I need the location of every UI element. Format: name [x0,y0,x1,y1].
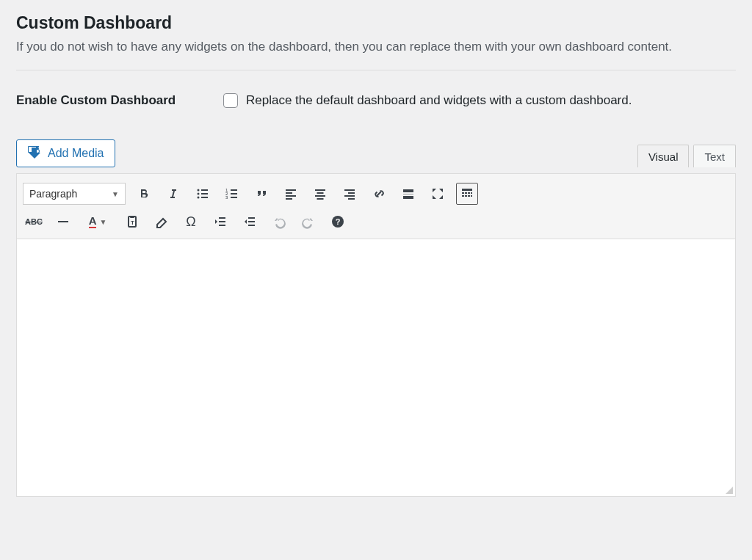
help-icon[interactable]: ? [327,211,349,233]
svg-rect-35 [468,195,470,197]
text-color-icon[interactable]: A ▼ [82,211,114,233]
editor-toolbar: Paragraph ▼ 123 ABC A [17,174,735,239]
svg-rect-4 [201,189,208,191]
undo-icon[interactable] [268,211,290,233]
editor-box: Paragraph ▼ 123 ABC A [16,173,736,497]
align-left-icon[interactable] [280,183,302,205]
svg-rect-22 [348,192,355,194]
svg-rect-13 [286,189,296,191]
section-description: If you do not wish to have any widgets o… [16,37,736,57]
svg-rect-21 [344,189,355,191]
svg-rect-44 [248,217,255,219]
svg-rect-12 [231,197,237,198]
media-icon [27,145,42,162]
svg-text:T: T [131,219,134,226]
divider [16,70,736,70]
add-media-button[interactable]: Add Media [16,139,115,167]
setting-enable-custom-dashboard: Enable Custom Dashboard Replace the defa… [16,91,736,110]
editor-content-area[interactable] [17,239,735,496]
svg-rect-11 [231,193,237,194]
svg-rect-45 [248,221,255,222]
link-icon[interactable] [368,183,390,205]
svg-rect-15 [286,195,296,197]
italic-icon[interactable] [162,183,184,205]
svg-rect-14 [286,192,292,194]
indent-icon[interactable] [239,211,261,233]
align-center-icon[interactable] [309,183,331,205]
redo-icon[interactable] [297,211,319,233]
bold-icon[interactable] [133,183,155,205]
setting-field[interactable]: Replace the default dashboard and widget… [220,91,632,110]
svg-text:?: ? [336,217,341,226]
svg-rect-25 [403,189,413,192]
clear-formatting-icon[interactable] [151,211,173,233]
svg-rect-27 [403,196,413,199]
numbered-list-icon[interactable]: 123 [221,183,243,205]
tab-text[interactable]: Text [693,145,736,167]
svg-rect-23 [344,195,355,197]
svg-rect-16 [286,198,292,200]
svg-rect-29 [462,192,464,194]
svg-rect-24 [348,198,355,200]
checkbox-label: Replace the default dashboard and widget… [246,93,632,108]
svg-rect-46 [248,225,255,226]
setting-label: Enable Custom Dashboard [16,93,200,108]
svg-rect-26 [403,194,413,194]
svg-text:3: 3 [225,195,228,200]
format-select[interactable]: Paragraph ▼ [23,183,126,205]
svg-rect-18 [317,192,324,194]
bullet-list-icon[interactable] [192,183,214,205]
toolbar-toggle-icon[interactable] [456,183,478,205]
svg-rect-42 [219,221,225,222]
format-select-value: Paragraph [29,188,77,200]
svg-rect-34 [465,195,467,197]
resize-handle[interactable] [723,484,734,495]
svg-rect-10 [231,189,237,191]
svg-point-1 [198,189,200,192]
special-character-icon[interactable]: Ω [180,211,202,233]
enable-checkbox[interactable] [223,93,238,108]
blockquote-icon[interactable] [250,183,272,205]
svg-rect-36 [471,195,472,197]
editor-tabs: Visual Text [637,145,736,167]
svg-point-2 [198,193,200,195]
tab-visual[interactable]: Visual [637,145,690,167]
horizontal-rule-icon[interactable] [52,211,74,233]
svg-rect-20 [317,198,324,200]
svg-rect-28 [462,189,472,191]
fullscreen-icon[interactable] [427,183,449,205]
paste-text-icon[interactable]: T [121,211,143,233]
add-media-label: Add Media [48,147,104,160]
svg-rect-37 [58,221,68,222]
svg-rect-19 [315,195,325,197]
chevron-down-icon: ▼ [99,218,106,226]
section-title: Custom Dashboard [16,13,736,33]
svg-rect-32 [471,192,472,194]
svg-rect-41 [219,217,225,219]
svg-rect-39 [130,216,134,218]
svg-rect-31 [468,192,470,194]
svg-rect-43 [219,225,225,226]
svg-rect-5 [201,193,208,194]
outdent-icon[interactable] [209,211,231,233]
svg-rect-30 [465,192,467,194]
svg-rect-17 [315,189,325,191]
chevron-down-icon: ▼ [112,190,119,198]
svg-rect-6 [201,197,208,198]
svg-point-3 [198,197,200,199]
svg-rect-33 [462,195,464,197]
read-more-icon[interactable] [397,183,419,205]
align-right-icon[interactable] [339,183,361,205]
strikethrough-icon[interactable]: ABC [23,211,45,233]
